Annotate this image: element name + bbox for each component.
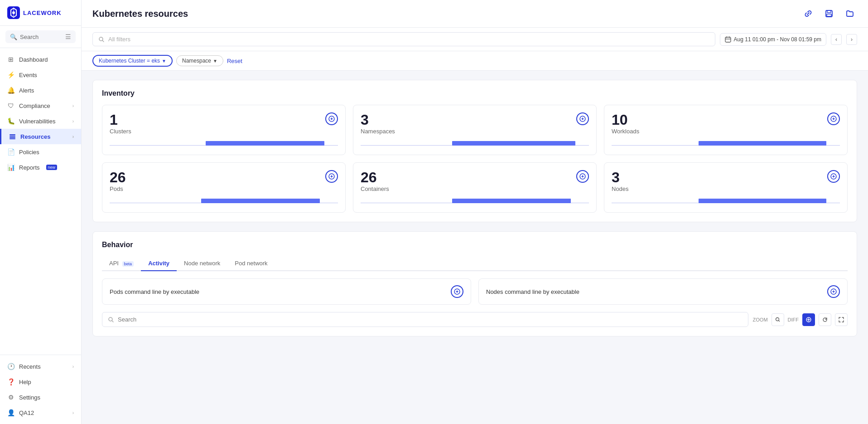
search-icon bbox=[98, 36, 105, 43]
pods-card: 26 Pods bbox=[102, 162, 346, 213]
reset-button[interactable]: Reset bbox=[227, 58, 242, 64]
tab-node-network[interactable]: Node network bbox=[177, 256, 227, 271]
main-header: Kubernetes resources bbox=[82, 0, 868, 28]
shield-icon: 🛡 bbox=[7, 102, 14, 109]
search-button[interactable]: 🔍 Search ☰ bbox=[5, 30, 76, 43]
namespaces-label: Namespaces bbox=[361, 128, 395, 135]
sidebar-item-label: Vulnerabilities bbox=[19, 118, 55, 125]
sidebar-item-reports[interactable]: 📊 Reports new bbox=[0, 160, 81, 175]
sidebar-item-dashboard[interactable]: ⊞ Dashboard bbox=[0, 52, 81, 67]
zoom-diff-controls: ZOOM DIFF bbox=[753, 313, 848, 326]
sidebar-item-qa12[interactable]: 👤 QA12 › bbox=[0, 405, 81, 420]
date-next-button[interactable]: › bbox=[846, 34, 857, 45]
chevron-right-icon: › bbox=[72, 103, 74, 108]
expand-button[interactable] bbox=[835, 313, 848, 326]
inventory-title: Inventory bbox=[102, 89, 848, 97]
chevron-down-icon: ▼ bbox=[162, 58, 166, 63]
namespaces-count: 3 bbox=[361, 112, 395, 127]
folder-icon bbox=[846, 10, 854, 18]
nodes-cmd-widget[interactable]: Nodes command line by executable bbox=[478, 278, 848, 305]
cluster-filter-label: Kubernetes Cluster = eks bbox=[99, 58, 160, 64]
sidebar-search-area[interactable]: 🔍 Search ☰ bbox=[0, 26, 81, 48]
folder-button[interactable] bbox=[843, 6, 857, 21]
search-input[interactable] bbox=[118, 316, 743, 323]
sidebar-item-vulnerabilities[interactable]: 🐛 Vulnerabilities › bbox=[0, 113, 81, 129]
sidebar-nav: ⊞ Dashboard ⚡ Events 🔔 Alerts 🛡 Complian… bbox=[0, 48, 81, 355]
inventory-grid: 1 Clusters bbox=[102, 105, 848, 213]
calendar-icon bbox=[725, 36, 731, 43]
pods-cmd-widget[interactable]: Pods command line by executable bbox=[102, 278, 471, 305]
sidebar: LACEWORK 🔍 Search ☰ ⊞ Dashboard ⚡ Events bbox=[0, 0, 82, 424]
sidebar-item-policies[interactable]: 📄 Policies bbox=[0, 144, 81, 160]
containers-navigate-button[interactable] bbox=[576, 170, 589, 183]
sidebar-item-alerts[interactable]: 🔔 Alerts bbox=[0, 83, 81, 98]
clusters-navigate-button[interactable] bbox=[325, 112, 338, 125]
nodes-cmd-label: Nodes command line by executable bbox=[486, 288, 579, 295]
tab-api[interactable]: API beta bbox=[102, 256, 141, 271]
cluster-filter-chip[interactable]: Kubernetes Cluster = eks ▼ bbox=[92, 55, 173, 67]
sidebar-item-compliance[interactable]: 🛡 Compliance › bbox=[0, 98, 81, 113]
svg-rect-10 bbox=[725, 37, 731, 42]
page-title: Kubernetes resources bbox=[92, 9, 188, 19]
lacework-logo-icon bbox=[7, 6, 20, 19]
diff-label: DIFF bbox=[788, 317, 799, 322]
bolt-icon: ⚡ bbox=[7, 71, 14, 78]
filter-input[interactable]: All filters bbox=[92, 32, 715, 46]
diff-active-button[interactable] bbox=[802, 313, 815, 326]
nodes-navigate-button[interactable] bbox=[827, 170, 840, 183]
sidebar-item-settings[interactable]: ⚙ Settings bbox=[0, 390, 81, 405]
refresh-button[interactable] bbox=[819, 313, 831, 326]
clusters-card: 1 Clusters bbox=[102, 105, 346, 155]
pods-label: Pods bbox=[110, 185, 126, 192]
logo-text: LACEWORK bbox=[23, 10, 62, 16]
pods-navigate-button[interactable] bbox=[325, 170, 338, 183]
sidebar-item-label: QA12 bbox=[19, 409, 34, 416]
bell-icon: 🔔 bbox=[7, 87, 14, 94]
new-badge: new bbox=[46, 165, 58, 170]
workloads-label: Workloads bbox=[612, 128, 639, 135]
sidebar-item-resources[interactable]: Resources › bbox=[0, 129, 81, 144]
save-button[interactable] bbox=[822, 6, 836, 21]
namespaces-sparkline bbox=[361, 138, 589, 147]
bug-icon: 🐛 bbox=[7, 117, 14, 125]
date-range-selector[interactable]: Aug 11 01:00 pm - Nov 08 01:59 pm bbox=[720, 33, 826, 46]
date-range-text: Aug 11 01:00 pm - Nov 08 01:59 pm bbox=[734, 36, 821, 43]
tab-pod-network[interactable]: Pod network bbox=[227, 256, 275, 271]
zoom-search-button[interactable] bbox=[772, 313, 784, 326]
search-icon: 🔍 bbox=[10, 34, 17, 40]
namespaces-navigate-button[interactable] bbox=[576, 112, 589, 125]
help-icon: ❓ bbox=[7, 378, 14, 385]
logo: LACEWORK bbox=[0, 0, 81, 26]
user-icon: 👤 bbox=[7, 409, 14, 416]
filter-bar: All filters Aug 11 01:00 pm - Nov 08 01:… bbox=[82, 28, 868, 51]
clock-icon: 🕐 bbox=[7, 363, 14, 370]
svg-rect-7 bbox=[827, 10, 831, 13]
link-icon bbox=[804, 10, 812, 18]
table-search[interactable] bbox=[102, 312, 748, 327]
svg-point-1 bbox=[12, 11, 15, 14]
sidebar-item-events[interactable]: ⚡ Events bbox=[0, 67, 81, 83]
chevron-right-icon: › bbox=[72, 119, 74, 124]
svg-rect-3 bbox=[10, 137, 15, 138]
date-prev-button[interactable]: ‹ bbox=[831, 34, 842, 45]
nodes-cmd-expand-button[interactable] bbox=[827, 285, 840, 298]
nodes-card: 3 Nodes bbox=[604, 162, 848, 213]
search-icon bbox=[108, 317, 114, 323]
sidebar-item-help[interactable]: ❓ Help bbox=[0, 374, 81, 390]
svg-rect-2 bbox=[10, 136, 15, 136]
sidebar-item-label: Dashboard bbox=[19, 56, 48, 63]
save-icon bbox=[825, 10, 833, 18]
pods-cmd-label: Pods command line by executable bbox=[110, 288, 199, 295]
link-button[interactable] bbox=[801, 6, 815, 21]
tab-activity[interactable]: Activity bbox=[141, 256, 177, 271]
active-filters: Kubernetes Cluster = eks ▼ Namespace ▼ R… bbox=[82, 51, 868, 71]
containers-card: 26 Containers bbox=[353, 162, 597, 213]
sidebar-item-recents[interactable]: 🕐 Recents › bbox=[0, 359, 81, 374]
sidebar-bottom: 🕐 Recents › ❓ Help ⚙ Settings 👤 QA12 › bbox=[0, 355, 81, 424]
namespace-filter-chip[interactable]: Namespace ▼ bbox=[176, 55, 223, 66]
pods-cmd-expand-button[interactable] bbox=[451, 285, 463, 298]
report-icon: 📊 bbox=[7, 164, 14, 171]
svg-rect-4 bbox=[10, 138, 15, 139]
workloads-navigate-button[interactable] bbox=[827, 112, 840, 125]
chevron-down-icon: ▼ bbox=[213, 58, 217, 63]
